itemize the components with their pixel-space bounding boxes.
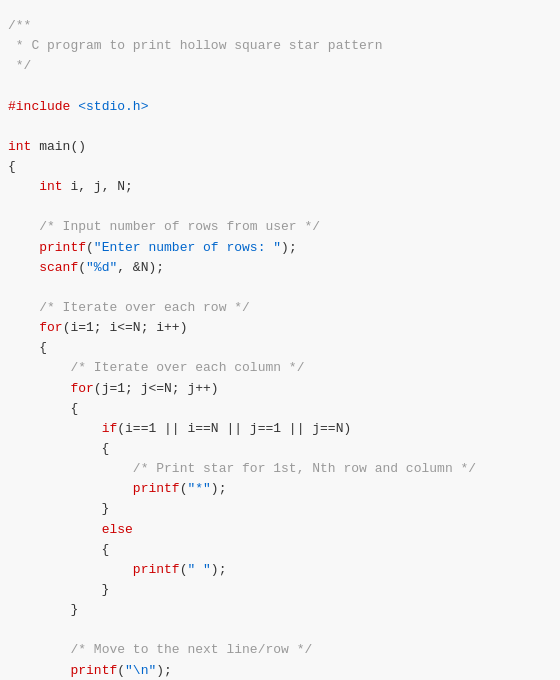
code-line [8,620,548,640]
code-token-string: " " [187,562,210,577]
code-line [8,76,548,96]
code-token-normal: } [8,582,109,597]
code-token-keyword: for [70,381,93,396]
code-token-normal [8,421,102,436]
code-token-normal: ( [86,240,94,255]
code-token-normal: { [8,401,78,416]
code-line: } [8,580,548,600]
code-block: /** * C program to print hollow square s… [8,16,548,680]
code-line: { [8,540,548,560]
code-token-keyword: int [8,139,31,154]
code-line: /* Iterate over each column */ [8,358,548,378]
code-line: } [8,600,548,620]
code-token-normal [8,663,70,678]
code-line: { [8,439,548,459]
code-token-comment: /* Iterate over each row */ [39,300,250,315]
code-token-normal: (j=1; j<=N; j++) [94,381,219,396]
code-token-function: scanf [39,260,78,275]
code-token-normal: { [8,340,47,355]
code-token-function: printf [70,663,117,678]
code-line: printf(" "); [8,560,548,580]
code-token-normal [8,522,102,537]
code-line: for(j=1; j<=N; j++) [8,379,548,399]
code-token-string: <stdio.h> [78,99,148,114]
code-token-function: printf [39,240,86,255]
code-token-comment: /* Move to the next line/row */ [70,642,312,657]
code-line: int main() [8,137,548,157]
code-token-normal: ); [156,663,172,678]
code-token-normal [8,320,39,335]
code-line: /* Iterate over each row */ [8,298,548,318]
code-line: printf("*"); [8,479,548,499]
code-token-normal: { [8,441,109,456]
code-line: int i, j, N; [8,177,548,197]
code-token-normal [8,219,39,234]
code-token-normal: ); [281,240,297,255]
code-token-string: "*" [187,481,210,496]
code-line: /* Input number of rows from user */ [8,217,548,237]
code-token-keyword: if [102,421,118,436]
code-token-normal [8,300,39,315]
code-token-comment: /* Print star for 1st, Nth row and colum… [133,461,476,476]
code-token-comment: */ [8,58,31,73]
code-line: /* Print star for 1st, Nth row and colum… [8,459,548,479]
code-token-normal: } [8,501,109,516]
code-line: scanf("%d", &N); [8,258,548,278]
code-line [8,197,548,217]
code-line [8,278,548,298]
code-token-comment: /** [8,18,31,33]
code-token-normal: } [8,602,78,617]
code-token-normal: ( [117,663,125,678]
code-line: { [8,157,548,177]
code-token-normal: ( [78,260,86,275]
code-line: */ [8,56,548,76]
code-token-string: "%d" [86,260,117,275]
code-container: /** * C program to print hollow square s… [0,0,560,680]
code-token-comment: * C program to print hollow square star … [8,38,382,53]
code-token-normal: i, j, N; [63,179,133,194]
code-token-normal [8,562,133,577]
code-token-normal [8,179,39,194]
code-line: for(i=1; i<=N; i++) [8,318,548,338]
code-token-function: printf [133,562,180,577]
code-token-string: "\n" [125,663,156,678]
code-line: /** [8,16,548,36]
code-token-function: printf [133,481,180,496]
code-token-normal [8,360,70,375]
code-line: { [8,338,548,358]
code-line: else [8,520,548,540]
code-token-normal [8,481,133,496]
code-line: } [8,499,548,519]
code-token-normal [8,642,70,657]
code-token-string: "Enter number of rows: " [94,240,281,255]
code-token-keyword: for [39,320,62,335]
code-token-normal: main() [31,139,86,154]
code-token-keyword: #include [8,99,70,114]
code-line: #include <stdio.h> [8,97,548,117]
code-line: if(i==1 || i==N || j==1 || j==N) [8,419,548,439]
code-token-normal [8,461,133,476]
code-token-normal [8,381,70,396]
code-token-keyword: int [39,179,62,194]
code-line: printf("Enter number of rows: "); [8,238,548,258]
code-line: * C program to print hollow square star … [8,36,548,56]
code-line: /* Move to the next line/row */ [8,640,548,660]
code-token-normal: , &N); [117,260,164,275]
code-token-normal: ); [211,562,227,577]
code-token-comment: /* Input number of rows from user */ [39,219,320,234]
code-token-normal: { [8,542,109,557]
code-token-normal: ); [211,481,227,496]
code-line: { [8,399,548,419]
code-token-normal: { [8,159,16,174]
code-token-keyword: else [102,522,133,537]
code-line [8,117,548,137]
code-line: printf("\n"); [8,661,548,681]
code-token-normal: (i==1 || i==N || j==1 || j==N) [117,421,351,436]
code-token-normal: (i=1; i<=N; i++) [63,320,188,335]
code-token-comment: /* Iterate over each column */ [70,360,304,375]
code-token-normal [8,240,39,255]
code-token-normal [8,260,39,275]
